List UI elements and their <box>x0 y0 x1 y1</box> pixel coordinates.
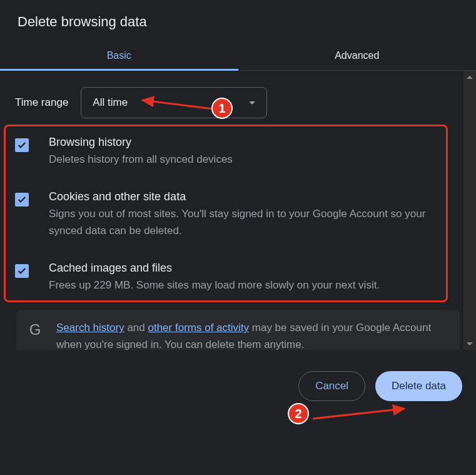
scrollbar[interactable] <box>463 71 476 350</box>
arrow-up-icon <box>467 76 473 79</box>
item-title: Cookies and other site data <box>49 190 437 203</box>
item-title: Browsing history <box>49 136 233 149</box>
time-range-label: Time range <box>15 96 68 109</box>
link-search-history[interactable]: Search history <box>56 322 124 334</box>
chevron-down-icon <box>249 101 255 105</box>
arrow-down-icon <box>467 342 473 345</box>
dialog-footer: Cancel Delete data <box>0 352 476 475</box>
item-subtitle: Signs you out of most sites. You'll stay… <box>49 206 437 239</box>
item-subtitle: Frees up 229 MB. Some sites may load mor… <box>49 277 380 294</box>
tab-advanced[interactable]: Advanced <box>238 43 477 70</box>
cancel-button[interactable]: Cancel <box>298 371 365 401</box>
item-subtitle: Deletes history from all synced devices <box>49 151 233 168</box>
tab-basic[interactable]: Basic <box>0 43 238 70</box>
link-other-activity[interactable]: other forms of activity <box>148 322 249 334</box>
checkbox-cached[interactable] <box>15 264 29 278</box>
row-cookies: Cookies and other site data Signs you ou… <box>15 190 461 239</box>
checkbox-list: Browsing history Deletes history from al… <box>0 118 476 294</box>
dialog-title: Delete browsing data <box>0 0 476 43</box>
delete-browsing-data-dialog: Delete browsing data Basic Advanced Time… <box>0 0 476 475</box>
row-browsing-history: Browsing history Deletes history from al… <box>15 136 461 168</box>
google-icon: G <box>28 321 43 339</box>
time-range-row: Time range All time <box>0 71 476 118</box>
tabs: Basic Advanced <box>0 43 476 71</box>
info-text: Search history and other forms of activi… <box>56 320 448 350</box>
delete-data-button[interactable]: Delete data <box>375 371 462 401</box>
time-range-value: All time <box>93 96 128 109</box>
checkbox-browsing-history[interactable] <box>15 138 29 152</box>
checkmark-icon <box>17 266 27 276</box>
checkmark-icon <box>17 195 27 205</box>
time-range-dropdown[interactable]: All time <box>81 87 267 118</box>
scroll-area: Time range All time Browsing history Del… <box>0 71 476 350</box>
scroll-down-button[interactable] <box>463 337 476 350</box>
checkmark-icon <box>17 140 27 150</box>
annotation-badge-2: 2 <box>288 403 309 424</box>
google-account-info: G Search history and other forms of acti… <box>16 310 460 350</box>
scroll-up-button[interactable] <box>463 71 476 83</box>
item-title: Cached images and files <box>49 262 380 275</box>
annotation-badge-1: 1 <box>211 98 233 119</box>
row-cached: Cached images and files Frees up 229 MB.… <box>15 262 461 294</box>
checkbox-cookies[interactable] <box>15 193 29 207</box>
